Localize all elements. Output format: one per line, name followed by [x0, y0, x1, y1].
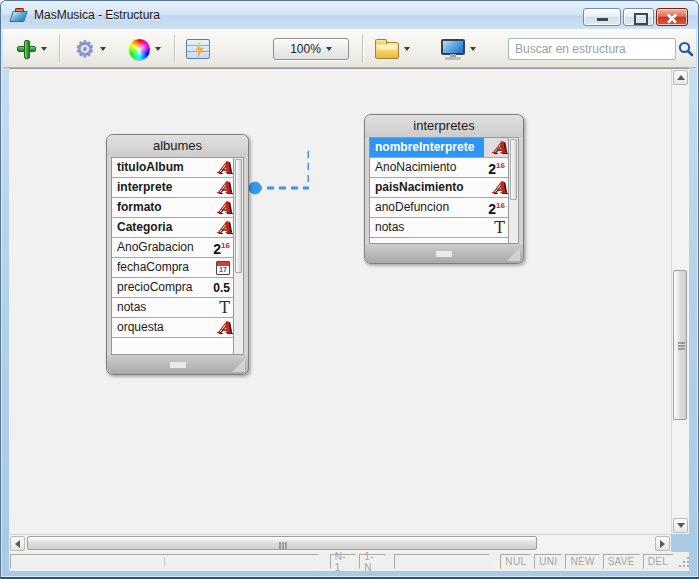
- status-button-new[interactable]: NEW: [565, 554, 599, 569]
- field-label: nombreInterprete: [370, 138, 484, 157]
- chevron-down-icon[interactable]: [41, 47, 47, 51]
- field-type-cell[interactable]: A: [484, 138, 508, 157]
- entity-title[interactable]: albumes: [107, 135, 248, 157]
- field-type-cell[interactable]: 216: [209, 238, 233, 257]
- chevron-down-icon[interactable]: [100, 47, 106, 51]
- chevron-down-icon[interactable]: [470, 47, 476, 51]
- status-button-uni[interactable]: UNI: [534, 554, 562, 569]
- status-button-save[interactable]: SAVE: [603, 554, 640, 569]
- field-label: paisNacimiento: [370, 178, 484, 197]
- zoom-dropdown[interactable]: 100%: [273, 30, 349, 68]
- view-button[interactable]: [441, 30, 476, 68]
- status-button-del[interactable]: DEL: [643, 554, 673, 569]
- field-label: Categoria: [112, 218, 209, 237]
- search-box: [508, 38, 676, 60]
- integer-icon: 216: [488, 199, 505, 216]
- search-input[interactable]: [509, 40, 676, 58]
- field-row-nombreInterprete[interactable]: nombreInterpreteA: [370, 138, 508, 158]
- field-type-cell[interactable]: A: [209, 198, 233, 217]
- vertical-scroll-thumb[interactable]: [673, 270, 687, 420]
- titlebar[interactable]: MasMusica - Estructura: [1, 1, 698, 29]
- entity-scrollbar[interactable]: [233, 158, 243, 354]
- vertical-scrollbar[interactable]: [671, 69, 689, 534]
- field-row-notas[interactable]: notasT: [112, 298, 233, 318]
- field-type-cell[interactable]: 17: [209, 258, 233, 277]
- minimize-button[interactable]: [583, 8, 621, 26]
- field-type-cell[interactable]: 216: [484, 198, 508, 217]
- arrow-down-icon: [677, 523, 685, 528]
- entity-interpretes[interactable]: interpretesnombreInterpreteAAnoNacimient…: [364, 114, 524, 264]
- letter-a-icon: A: [217, 160, 231, 176]
- field-type-cell[interactable]: 0.5: [209, 278, 233, 297]
- memo-icon: T: [219, 300, 230, 316]
- scroll-left-button[interactable]: [10, 536, 25, 551]
- resize-handle-icon[interactable]: [507, 248, 520, 261]
- field-row-orquesta[interactable]: orquestaA: [112, 318, 233, 338]
- field-row-notas[interactable]: notasT: [370, 218, 508, 238]
- monitor-icon: [441, 39, 465, 60]
- colors-button[interactable]: [129, 30, 161, 68]
- status-button-1-n[interactable]: 1-N: [359, 554, 386, 569]
- field-label: notas: [370, 218, 484, 237]
- field-type-cell[interactable]: A: [209, 158, 233, 177]
- table-lightning-icon: [186, 39, 210, 59]
- horizontal-scroll-thumb[interactable]: [27, 536, 537, 550]
- field-type-cell[interactable]: T: [484, 218, 508, 237]
- entity-footer[interactable]: [107, 355, 248, 374]
- field-row-AnoNacimiento[interactable]: AnoNacimiento216: [370, 158, 508, 178]
- field-label: precioCompra: [112, 278, 209, 297]
- color-wheel-icon: [129, 39, 150, 60]
- open-button[interactable]: [375, 30, 410, 68]
- field-type-cell[interactable]: A: [209, 218, 233, 237]
- field-row-interprete[interactable]: interpreteA: [112, 178, 233, 198]
- field-row-formato[interactable]: formatoA: [112, 198, 233, 218]
- entity-footer[interactable]: [365, 244, 523, 263]
- field-type-cell[interactable]: A: [484, 178, 508, 197]
- letter-a-icon: A: [217, 200, 231, 216]
- field-label: AnoGrabacion: [112, 238, 209, 257]
- resize-grip-icon[interactable]: [679, 557, 689, 567]
- field-row-tituloAlbum[interactable]: tituloAlbumA: [112, 158, 233, 178]
- field-type-cell[interactable]: A: [209, 178, 233, 197]
- resize-handle-icon[interactable]: [232, 359, 245, 372]
- search-icon[interactable]: [676, 39, 696, 59]
- field-type-cell[interactable]: T: [209, 298, 233, 317]
- arrow-left-icon: [15, 540, 20, 548]
- grip-icon[interactable]: [436, 251, 452, 257]
- scroll-up-button[interactable]: [673, 70, 688, 85]
- field-label: AnoNacimiento: [370, 158, 484, 177]
- chevron-down-icon[interactable]: [404, 47, 410, 51]
- scroll-right-button[interactable]: [655, 536, 670, 551]
- status-button-nul[interactable]: NUL: [500, 554, 531, 569]
- field-label: orquesta: [112, 318, 209, 337]
- field-row-anoDefuncion[interactable]: anoDefuncion216: [370, 198, 508, 218]
- field-type-cell[interactable]: 216: [484, 158, 508, 177]
- grip-icon[interactable]: [170, 362, 186, 368]
- field-row-paisNacimiento[interactable]: paisNacimientoA: [370, 178, 508, 198]
- chevron-down-icon[interactable]: [155, 47, 161, 51]
- field-row-fechaCompra[interactable]: fechaCompra17: [112, 258, 233, 278]
- entity-title[interactable]: interpretes: [365, 115, 523, 137]
- settings-button[interactable]: ⚙: [75, 30, 106, 68]
- status-button-n-1[interactable]: N-1: [330, 554, 357, 569]
- field-row-precioCompra[interactable]: precioCompra0.5: [112, 278, 233, 298]
- field-type-cell[interactable]: A: [209, 318, 233, 337]
- close-button[interactable]: [656, 8, 688, 26]
- diagram-canvas[interactable]: albumestituloAlbumAinterpreteAformatoACa…: [9, 69, 671, 534]
- calendar-icon: 17: [216, 261, 230, 275]
- app-window: MasMusica - Estructura ⚙ 100%: [0, 0, 699, 579]
- grip-icon: [282, 542, 284, 549]
- letter-a-icon: A: [217, 220, 231, 236]
- field-row-Categoria[interactable]: CategoriaA: [112, 218, 233, 238]
- add-button[interactable]: [17, 30, 47, 68]
- field-row-AnoGrabacion[interactable]: AnoGrabacion216: [112, 238, 233, 258]
- field-label: formato: [112, 198, 209, 217]
- entity-albumes[interactable]: albumestituloAlbumAinterpreteAformatoACa…: [106, 134, 249, 375]
- maximize-button[interactable]: [623, 8, 654, 26]
- generate-button[interactable]: [186, 30, 210, 68]
- entity-scrollbar[interactable]: [508, 138, 518, 243]
- arrow-up-icon: [677, 75, 685, 80]
- scroll-down-button[interactable]: [673, 518, 688, 533]
- app-icon: [11, 8, 28, 23]
- horizontal-scrollbar[interactable]: [9, 534, 671, 552]
